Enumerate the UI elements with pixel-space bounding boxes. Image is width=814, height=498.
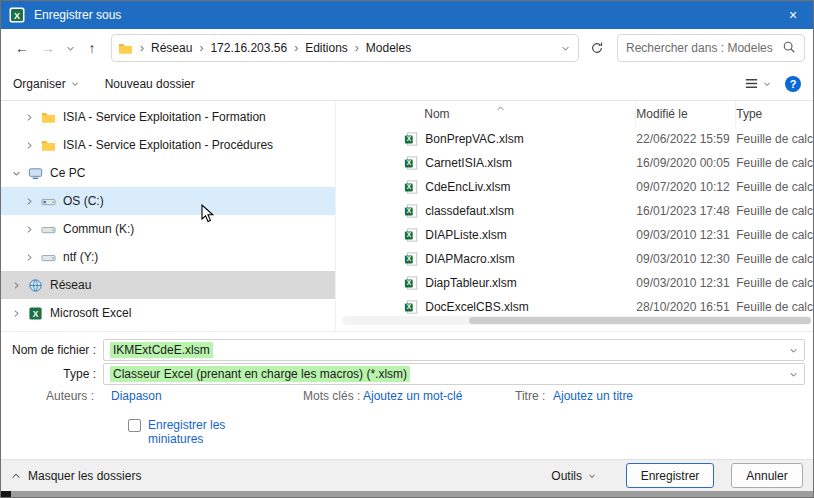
sidebar-item[interactable]: Commun (K:) [1, 215, 335, 243]
column-name-label: Nom [424, 107, 449, 121]
excel-file-icon: X [404, 180, 419, 194]
breadcrumb-item[interactable]: Modeles [363, 41, 414, 55]
file-name-cell: XCarnetISIA.xlsm [336, 156, 636, 170]
sidebar-item[interactable]: Réseau [1, 271, 335, 299]
save-button[interactable]: Enregistrer [626, 463, 714, 488]
view-toggle-button[interactable] [744, 76, 771, 91]
title-value[interactable]: Ajoutez un titre [553, 389, 633, 403]
folder-icon [40, 138, 57, 153]
chevron-down-icon[interactable] [789, 346, 798, 355]
file-row[interactable]: XDIAPListe.xlsm09/03/2010 12:31Feuille d… [336, 223, 813, 247]
column-header-name[interactable]: Nom [336, 101, 636, 127]
file-name-cell: XDiapTableur.xlsm [336, 276, 636, 290]
chevron-right-icon[interactable] [22, 141, 36, 150]
navigation-bar: ← → ↑ ›Réseau›172.16.203.56›Editions›Mod… [1, 29, 813, 67]
chevron-right-icon[interactable] [22, 113, 36, 122]
list-view-icon [744, 76, 759, 91]
organize-label: Organiser [13, 77, 66, 91]
search-box[interactable] [617, 34, 805, 62]
chevron-up-icon [11, 471, 21, 481]
mouse-cursor [201, 204, 215, 227]
file-row[interactable]: XDiapTableur.xlsm09/03/2010 12:31Feuille… [336, 271, 813, 295]
svg-text:X: X [407, 303, 412, 310]
file-row[interactable]: XDIAPMacro.xlsm09/03/2010 12:30Feuille d… [336, 247, 813, 271]
file-type: Feuille de calc [736, 156, 813, 170]
file-type: Feuille de calc [736, 180, 813, 194]
file-row[interactable]: Xclassdefaut.xlsm16/01/2023 17:48Feuille… [336, 199, 813, 223]
filetype-select[interactable]: Classeur Excel (prenant en charge les ma… [103, 363, 805, 385]
tools-menu[interactable]: Outils [551, 469, 596, 483]
chevron-right-icon[interactable] [22, 225, 36, 234]
breadcrumb-separator: › [136, 41, 148, 55]
sidebar-item-label: OS (C:) [63, 194, 104, 208]
organize-menu[interactable]: Organiser [13, 77, 79, 91]
scrollbar-thumb[interactable] [469, 317, 811, 324]
breadcrumb-item[interactable]: 172.16.203.56 [207, 41, 290, 55]
new-folder-button[interactable]: Nouveau dossier [105, 77, 195, 91]
history-dropdown-icon[interactable] [61, 35, 79, 61]
sidebar-item-label: ntf (Y:) [63, 250, 98, 264]
filetype-value: Classeur Excel (prenant en charge les ma… [110, 366, 410, 382]
thumbnails-checkbox[interactable] [128, 419, 141, 432]
excel-file-icon: X [404, 132, 419, 146]
title-label: Titre : [515, 389, 545, 403]
sidebar-item[interactable]: ISIA - Service Exploitation - Procédures [1, 131, 335, 159]
address-dropdown-icon[interactable] [559, 44, 572, 53]
excel-file-icon: X [404, 228, 419, 242]
close-button[interactable]: × [773, 1, 813, 29]
sidebar-item[interactable]: ISIA - Service Exploitation - Formation [1, 103, 335, 131]
filetype-label: Type : [1, 363, 103, 385]
horizontal-scrollbar[interactable] [342, 316, 811, 325]
filename-input[interactable]: IKMExtCdeE.xlsm [103, 339, 805, 361]
chevron-right-icon[interactable] [9, 309, 23, 318]
excel-file-icon: X [404, 156, 419, 170]
chevron-right-icon[interactable] [22, 197, 36, 206]
file-row[interactable]: XCdeEncLiv.xlsm09/07/2020 10:12Feuille d… [336, 175, 813, 199]
sidebar-tree: ISIA - Service Exploitation - FormationI… [1, 101, 335, 331]
metadata-row: Auteurs : Diapason Mots clés : Ajoutez u… [1, 389, 813, 405]
hide-folders-button[interactable]: Masquer les dossiers [11, 469, 141, 483]
network-icon [27, 278, 44, 293]
help-button[interactable]: ? [785, 76, 801, 92]
chevron-right-icon[interactable] [22, 253, 36, 262]
refresh-button[interactable] [585, 36, 609, 60]
save-as-dialog: X Enregistrer sous × ← → ↑ ›Réseau›172.1… [0, 0, 814, 498]
excel-file-icon: X [404, 252, 419, 266]
cancel-button[interactable]: Annuler [731, 463, 803, 488]
sidebar-item[interactable]: Ce PC [1, 159, 335, 187]
breadcrumb: ›Réseau›172.16.203.56›Editions›Modeles [136, 41, 559, 55]
search-input[interactable] [626, 41, 782, 55]
sidebar-item[interactable]: OS (C:) [1, 187, 335, 215]
taskbar-fragment [1, 491, 11, 498]
excel-file-icon: X [404, 300, 419, 314]
file-name: CarnetISIA.xlsm [425, 156, 512, 170]
file-row[interactable]: XBonPrepVAC.xlsm22/06/2022 15:59Feuille … [336, 127, 813, 151]
svg-text:X: X [407, 183, 412, 190]
address-bar[interactable]: ›Réseau›172.16.203.56›Editions›Modeles [111, 34, 579, 62]
chevron-right-icon[interactable] [9, 281, 23, 290]
file-name-cell: XCdeEncLiv.xlsm [336, 180, 636, 194]
breadcrumb-separator: › [290, 41, 302, 55]
svg-text:X: X [407, 207, 412, 214]
chevron-down-icon[interactable] [9, 169, 23, 178]
sidebar-item-label: Commun (K:) [63, 222, 134, 236]
authors-label: Auteurs : [46, 389, 94, 403]
column-header-type[interactable]: Type [736, 101, 813, 127]
forward-button[interactable]: → [35, 35, 61, 61]
chevron-down-icon[interactable] [789, 370, 798, 379]
file-type: Feuille de calc [736, 132, 813, 146]
tags-value[interactable]: Ajoutez un mot-clé [363, 389, 462, 403]
file-name-cell: Xclassdefaut.xlsm [336, 204, 636, 218]
sidebar-item-label: Microsoft Excel [50, 306, 131, 320]
back-button[interactable]: ← [9, 35, 35, 61]
breadcrumb-item[interactable]: Editions [302, 41, 351, 55]
sidebar-item[interactable]: ntf (Y:) [1, 243, 335, 271]
window-title: Enregistrer sous [34, 8, 121, 22]
file-row[interactable]: XCarnetISIA.xlsm16/09/2020 00:05Feuille … [336, 151, 813, 175]
up-button[interactable]: ↑ [79, 35, 105, 61]
filename-label: Nom de fichier : [1, 339, 103, 361]
sidebar-item[interactable]: XMicrosoft Excel [1, 299, 335, 327]
breadcrumb-item[interactable]: Réseau [148, 41, 195, 55]
authors-value[interactable]: Diapason [111, 389, 162, 403]
column-header-modified[interactable]: Modifié le [636, 101, 736, 127]
